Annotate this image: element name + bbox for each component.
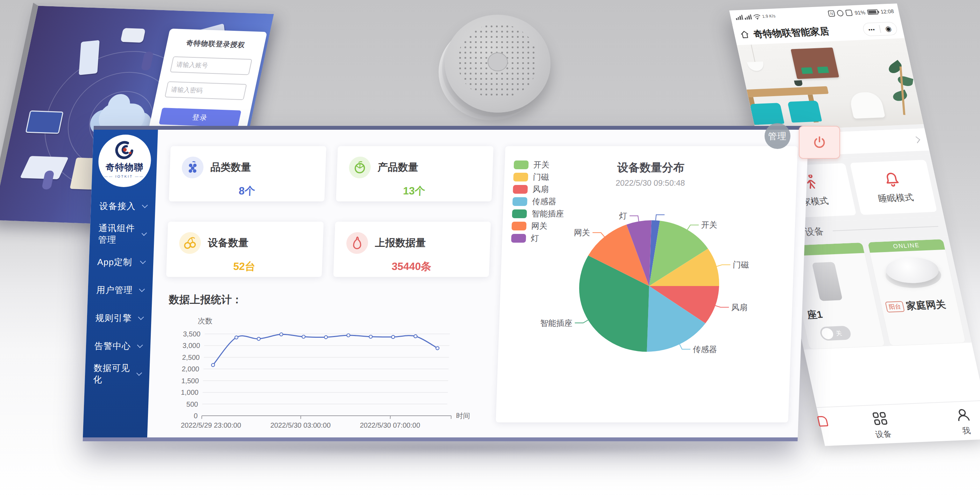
pie-label-line: [574, 320, 588, 323]
pie-label: 传感器: [693, 345, 718, 354]
tab-home-icon-partial[interactable]: [817, 416, 829, 427]
illustration-camera: [120, 28, 145, 43]
sidebar-item-comm-components[interactable]: 通讯组件管理: [89, 220, 155, 248]
sidebar-item-device-access[interactable]: 设备接入: [91, 192, 156, 220]
stat-card: 设备数量 52台: [166, 222, 324, 277]
stat-card: 产品数量 13个: [336, 146, 493, 202]
x-axis-name: 时间: [456, 412, 471, 419]
pie-label-line: [715, 306, 729, 307]
stat-value: 52台: [178, 259, 310, 274]
sleep-mode-card[interactable]: 睡眠模式: [850, 160, 937, 215]
more-menu-button[interactable]: •••: [863, 26, 880, 33]
device-cards: 座1 关 ONLINE 阳台 家庭网关: [781, 237, 972, 350]
pie-label-line: [656, 215, 665, 220]
wifi-icon: [752, 13, 762, 20]
pie-label: 风扇: [731, 303, 748, 312]
y-tick-label: 500: [186, 400, 198, 408]
y-tick-label: 3,000: [183, 341, 200, 349]
logo-subtitle: —— IOTKIT ——: [104, 175, 144, 178]
cup: [794, 80, 803, 86]
power-toggle[interactable]: 关: [819, 325, 852, 341]
legend-swatch: [511, 234, 526, 243]
close-capsule-button[interactable]: ◉: [879, 24, 897, 33]
data-point: [436, 346, 439, 350]
teal-chair: [750, 103, 784, 125]
account-input[interactable]: [170, 56, 253, 75]
logo-title: 奇特物聯: [105, 161, 143, 173]
room-tag: 阳台: [885, 301, 905, 312]
white-chair: [848, 92, 885, 119]
data-point: [324, 336, 328, 339]
sidebar-item-app-custom[interactable]: App定制: [89, 248, 154, 276]
y-tick-label: 0: [194, 412, 198, 419]
gateway-device-image: [882, 256, 944, 290]
spacer: [804, 343, 980, 407]
x-tick-label: 2022/5/30 03:00:00: [270, 421, 331, 429]
chevron-down-icon: [137, 342, 143, 348]
x-tick-label: 2022/5/29 23:00:00: [181, 421, 241, 429]
data-point: [347, 334, 350, 337]
tab-label: 我: [961, 425, 972, 437]
legend-item[interactable]: 门磁: [513, 171, 565, 183]
legend-item[interactable]: 传感器: [512, 195, 565, 208]
data-point: [302, 335, 305, 338]
y-tick-label: 3,500: [183, 330, 201, 338]
y-tick-label: 2,500: [182, 354, 200, 361]
network-speed: 1.9 K/s: [762, 14, 776, 19]
home-icon[interactable]: [739, 30, 751, 40]
legend-swatch: [512, 222, 527, 230]
nfc-icon: N: [828, 10, 835, 17]
socket-device-image: [812, 262, 843, 301]
dashboard-shadow: [105, 440, 791, 456]
chevron-down-icon: [142, 230, 147, 236]
legend-item[interactable]: 风扇: [513, 183, 565, 195]
app-title: 奇特物联智能家居: [752, 25, 830, 41]
teal-chair: [787, 101, 822, 123]
grape-icon: [181, 157, 204, 178]
device-name: 座1: [806, 308, 824, 322]
stat-label: 产品数量: [377, 160, 418, 175]
speaker-top: [445, 15, 550, 113]
legend-swatch: [513, 173, 528, 181]
speaker-logo-cap: [488, 52, 508, 71]
login-button[interactable]: 登录: [159, 108, 241, 127]
legend-item[interactable]: 开关: [514, 159, 566, 171]
manage-badge[interactable]: 管理: [765, 123, 791, 149]
pie-legend: 开关 门磁 风扇 传感器 智能插座 网关 灯: [511, 159, 566, 244]
chevron-down-icon: [139, 286, 145, 292]
legend-swatch: [514, 160, 529, 169]
alarm-icon: [837, 10, 844, 16]
stat-label: 上报数据量: [375, 236, 426, 250]
sidebar-item-data-visualization[interactable]: 数据可见化: [84, 360, 150, 388]
sidebar-item-user-mgmt[interactable]: 用户管理: [88, 276, 153, 304]
password-input[interactable]: [164, 81, 247, 100]
legend-swatch: [512, 197, 527, 206]
legend-item[interactable]: 网关: [511, 220, 563, 232]
sidebar-item-alert-center[interactable]: 告警中心: [86, 332, 151, 360]
pie-label-line: [687, 225, 699, 230]
section-divider: [833, 226, 939, 232]
chevron-right-icon: [913, 137, 920, 143]
power-button[interactable]: [799, 126, 840, 159]
pear-icon: [346, 232, 368, 254]
legend-item[interactable]: 灯: [511, 232, 563, 244]
wall-art: [791, 48, 839, 79]
y-tick-label: 1,500: [181, 377, 199, 385]
vibrate-icon: [845, 10, 853, 16]
tab-me[interactable]: 我: [953, 407, 975, 437]
device-card-gateway[interactable]: ONLINE 阳台 家庭网关: [867, 239, 966, 346]
stat-label: 品类数量: [210, 160, 251, 175]
sidebar-item-rule-engine[interactable]: 规则引擎: [86, 304, 152, 332]
legend-item[interactable]: 智能插座: [512, 208, 564, 220]
tab-devices[interactable]: 设备: [870, 411, 892, 440]
data-point: [391, 335, 395, 338]
stat-label: 设备数量: [208, 236, 249, 250]
sidebar-menu: 设备接入 通讯组件管理 App定制 用户管理 规则引擎 告警中心 数据可见化: [84, 192, 156, 388]
miniprogram-capsule: ••• ◉: [862, 22, 898, 37]
phone-tab-bar: 设备 我: [816, 400, 980, 446]
admin-dashboard: 奇特物聯 —— IOTKIT —— 设备接入 通讯组件管理 App定制 用户管理…: [83, 126, 809, 441]
logo-mark-icon: [115, 140, 136, 160]
toggle-label: 关: [835, 329, 843, 337]
chevron-down-icon: [136, 370, 142, 376]
stat-card: 品类数量 8个: [169, 146, 326, 202]
